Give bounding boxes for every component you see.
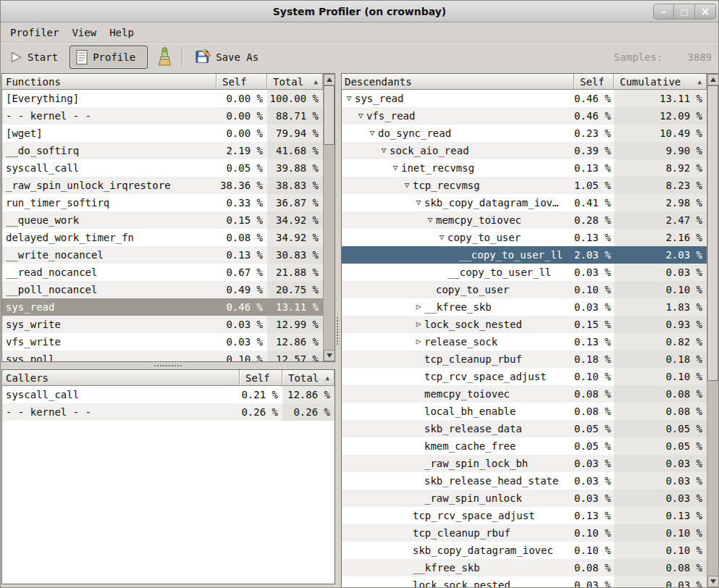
callers-column-header[interactable]: Callers: [2, 370, 240, 386]
descendant-row[interactable]: __copy_to_user_ll2.03 %2.03 %: [342, 246, 718, 264]
descendant-row[interactable]: ▽do_sync_read0.23 %10.49 %: [342, 125, 718, 142]
descendant-row[interactable]: ▽sys_read0.46 %13.11 %: [342, 90, 718, 107]
descendant-function-name: __copy_to_user_ll: [447, 264, 551, 281]
expander-closed-icon[interactable]: ▷: [413, 333, 424, 350]
callers-self-column-header[interactable]: Self: [240, 370, 282, 386]
horizontal-pane-splitter-grip[interactable]: [337, 317, 338, 345]
expander-open-icon[interactable]: ▽: [401, 177, 413, 194]
descendant-row[interactable]: ▽inet_recvmsg0.13 %8.92 %: [342, 159, 718, 177]
expander-open-icon[interactable]: ▽: [436, 229, 447, 246]
expander-open-icon[interactable]: ▽: [355, 107, 366, 125]
descendant-row-cumulative: 0.05 %: [614, 437, 707, 455]
caller-row[interactable]: - - kernel - -0.26 %0.26 %: [2, 403, 335, 421]
descendant-row[interactable]: copy_to_user0.10 %0.10 %: [342, 281, 718, 298]
descendant-row[interactable]: tcp_cleanup_rbuf0.18 %0.18 %: [342, 350, 718, 368]
descendant-row[interactable]: tcp_rcv_space_adjust0.13 %0.13 %: [342, 507, 718, 524]
descendant-row[interactable]: skb_copy_datagram_iovec0.10 %0.10 %: [342, 542, 718, 559]
expander-open-icon[interactable]: ▽: [366, 125, 378, 142]
start-button[interactable]: Start: [4, 48, 64, 67]
descendant-row[interactable]: tcp_cleanup_rbuf0.10 %0.10 %: [342, 524, 718, 542]
descendant-row[interactable]: __kfree_skb0.08 %0.08 %: [342, 559, 718, 576]
descendant-row[interactable]: kmem_cache_free0.05 %0.05 %: [342, 437, 718, 455]
expander-open-icon[interactable]: ▽: [378, 142, 390, 159]
close-button[interactable]: ×: [695, 4, 716, 20]
function-row[interactable]: __poll_nocancel0.49 %20.75 %: [2, 281, 335, 298]
function-row[interactable]: _raw_spin_unlock_irqrestore38.36 %38.83 …: [2, 177, 335, 194]
function-row[interactable]: run_timer_softirq0.33 %36.87 %: [2, 194, 335, 211]
menu-item-help[interactable]: Help: [103, 25, 140, 41]
descendant-row[interactable]: ▷__kfree_skb0.03 %1.83 %: [342, 298, 718, 316]
function-row[interactable]: vfs_write0.03 %12.86 %: [2, 333, 335, 350]
descendant-row[interactable]: ▽skb_copy_datagram_iov…0.41 %2.98 %: [342, 194, 718, 211]
scroll-up-button[interactable]: [324, 74, 335, 85]
expander-open-icon[interactable]: ▽: [390, 159, 401, 177]
descendant-row[interactable]: ▽tcp_recvmsg1.05 %8.23 %: [342, 177, 718, 194]
descendant-row-self: 0.03 %: [574, 264, 614, 281]
function-row[interactable]: __write_nocancel0.13 %30.83 %: [2, 246, 335, 264]
descendant-row[interactable]: local_bh_enable0.08 %0.08 %: [342, 403, 718, 420]
descendant-row[interactable]: _raw_spin_lock_bh0.03 %0.03 %: [342, 455, 718, 472]
expander-open-icon[interactable]: ▽: [413, 194, 424, 211]
descendant-row[interactable]: __copy_to_user_ll0.03 %0.03 %: [342, 264, 718, 281]
descendant-row[interactable]: ▽copy_to_user0.13 %2.16 %: [342, 229, 718, 246]
titlebar[interactable]: System Profiler (on crownbay) – □ ×: [1, 1, 718, 22]
descendant-row[interactable]: ▷release_sock0.13 %0.82 %: [342, 333, 718, 350]
descendant-row-name: skb_release_data: [342, 420, 574, 437]
descendants-self-column-header[interactable]: Self: [574, 74, 614, 90]
menu-item-view[interactable]: View: [65, 25, 103, 41]
minimize-button[interactable]: –: [653, 4, 674, 20]
profile-toggle-button[interactable]: Profile: [70, 46, 148, 69]
descendant-row-self: 0.10 %: [574, 542, 614, 559]
scroll-down-button[interactable]: [324, 350, 335, 361]
scrollbar-thumb[interactable]: [707, 85, 718, 381]
descendant-row[interactable]: ▷lock_sock_nested0.15 %0.93 %: [342, 316, 718, 333]
expander-open-icon[interactable]: ▽: [424, 211, 436, 229]
function-row[interactable]: __read_nocancel0.67 %21.88 %: [2, 264, 335, 281]
function-row[interactable]: - - kernel - -0.00 %88.71 %: [2, 107, 335, 125]
descendant-row[interactable]: ▽vfs_read0.46 %12.09 %: [342, 107, 718, 125]
functions-total-column-header[interactable]: Total ▲: [267, 74, 323, 90]
descendant-row[interactable]: skb_release_head_state0.03 %0.03 %: [342, 472, 718, 490]
descendant-row-self: 0.08 %: [574, 385, 614, 403]
scroll-down-button[interactable]: [707, 576, 719, 587]
function-row[interactable]: __do_softirq2.19 %41.68 %: [2, 142, 335, 159]
vertical-pane-splitter-grip[interactable]: [154, 365, 182, 366]
functions-column-header[interactable]: Functions: [2, 74, 216, 90]
function-row[interactable]: sys_poll0.10 %12.57 %: [2, 350, 335, 361]
save-as-button[interactable]: Save As: [190, 46, 264, 67]
toolbar-separator: [182, 48, 183, 67]
maximize-button[interactable]: □: [674, 4, 695, 20]
descendant-row[interactable]: ▽sock_aio_read0.39 %9.90 %: [342, 142, 718, 159]
function-row-self: 0.00 %: [216, 107, 267, 125]
function-row[interactable]: syscall_call0.05 %39.88 %: [2, 159, 335, 177]
descendant-row[interactable]: memcpy_toiovec0.08 %0.08 %: [342, 385, 718, 403]
scroll-up-button[interactable]: [707, 74, 719, 85]
expander-closed-icon[interactable]: ▷: [413, 298, 424, 316]
callers-total-column-header[interactable]: Total ▲: [282, 370, 335, 386]
function-row[interactable]: delayed_work_timer_fn0.08 %34.92 %: [2, 229, 335, 246]
descendant-row[interactable]: tcp_rcv_space_adjust0.10 %0.10 %: [342, 368, 718, 385]
minimize-icon: –: [661, 8, 666, 15]
expander-open-icon[interactable]: ▽: [343, 90, 355, 107]
descendant-function-name: _raw_spin_unlock: [424, 490, 522, 507]
descendant-row[interactable]: ▽memcpy_toiovec0.28 %2.47 %: [342, 211, 718, 229]
descendant-row[interactable]: lock_sock_nested0.03 %0.03 %: [342, 576, 718, 587]
function-row-self: 0.05 %: [216, 159, 267, 177]
function-row[interactable]: sys_write0.03 %12.99 %: [2, 316, 335, 333]
caller-row[interactable]: syscall_call0.21 %12.86 %: [2, 386, 335, 403]
menu-item-profiler[interactable]: Profiler: [4, 25, 65, 41]
reset-button[interactable]: [152, 46, 177, 68]
descendants-column-header[interactable]: Descendants: [342, 74, 574, 90]
function-row[interactable]: sys_read0.46 %13.11 %: [2, 298, 335, 316]
functions-scrollbar[interactable]: [323, 74, 335, 361]
descendants-scrollbar[interactable]: [707, 74, 718, 587]
expander-closed-icon[interactable]: ▷: [413, 316, 424, 333]
function-row[interactable]: [wget]0.00 %79.94 %: [2, 125, 335, 142]
functions-self-column-header[interactable]: Self: [216, 74, 267, 90]
descendant-row[interactable]: skb_release_data0.05 %0.05 %: [342, 420, 718, 437]
descendants-cumulative-column-header[interactable]: Cumulative ▲: [614, 74, 707, 90]
scrollbar-thumb[interactable]: [324, 85, 335, 145]
function-row[interactable]: __queue_work0.15 %34.92 %: [2, 211, 335, 229]
function-row[interactable]: [Everything]0.00 %100.00 %: [2, 90, 335, 107]
descendant-row[interactable]: _raw_spin_unlock0.03 %0.03 %: [342, 490, 718, 507]
